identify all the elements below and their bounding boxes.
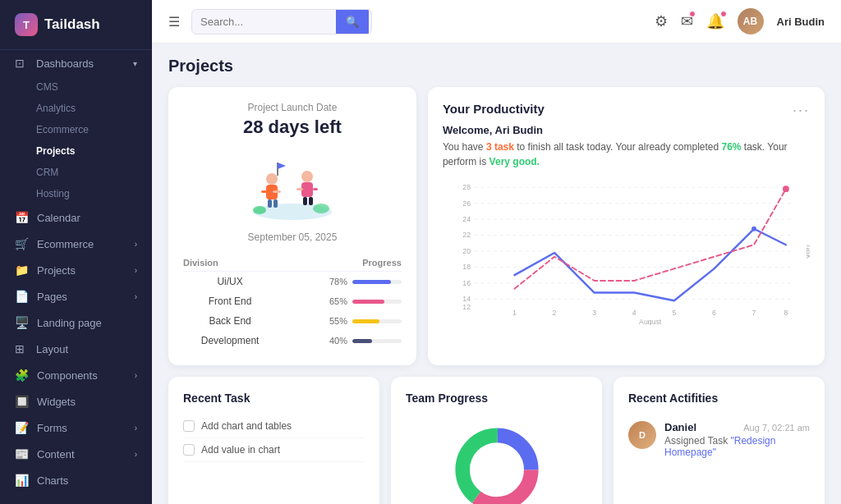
sidebar-item-charts[interactable]: 📊 Charts: [0, 467, 152, 493]
svg-text:August: August: [639, 318, 662, 325]
svg-rect-4: [273, 190, 281, 193]
sidebar-item-forms[interactable]: 📝 Forms ›: [0, 415, 152, 441]
svg-text:4: 4: [632, 309, 636, 317]
sidebar-charts-label: Charts: [37, 474, 68, 487]
projects-icon: 📁: [15, 263, 29, 277]
notif-badge: [720, 11, 727, 17]
sidebar-item-components[interactable]: 🧩 Components ›: [0, 362, 152, 388]
svg-point-49: [471, 444, 522, 495]
main-content: ☰ 🔍 ⚙ ✉ 🔔 AB Ari Budin Projects: [152, 0, 841, 504]
sidebar-sub-ecommerce[interactable]: Ecommerce: [0, 119, 152, 140]
widgets-icon: 🔲: [15, 395, 29, 408]
search-button[interactable]: 🔍: [336, 10, 369, 34]
sidebar-layout-label: Layout: [36, 343, 68, 355]
sidebar-sub-projects[interactable]: Projects: [0, 140, 152, 162]
sidebar-sub-crm[interactable]: CRM: [0, 162, 152, 183]
sidebar-item-pages[interactable]: 📄 Pages ›: [0, 283, 152, 309]
menu-icon[interactable]: ☰: [168, 14, 180, 30]
progress-bar: [352, 319, 402, 323]
sidebar-sub-cms[interactable]: CMS: [0, 76, 152, 98]
svg-text:22: 22: [462, 231, 471, 239]
recent-task-card: Recent Task Add chart and tables Add val…: [168, 377, 379, 504]
sidebar-sub-hosting[interactable]: Hosting: [0, 183, 152, 204]
content-area: Projects Project Launch Date 28 days lef…: [152, 44, 841, 504]
chart-svg: 28 26 24 22 20 18 16 14 12 Task 1 2: [443, 177, 810, 325]
completed-pct: 76%: [722, 141, 742, 153]
chevron-icon: ›: [135, 292, 137, 301]
layout-icon: ⊞: [15, 342, 28, 355]
sidebar-sub-analytics[interactable]: Analytics: [0, 98, 152, 119]
table-row: Development 40%: [183, 331, 402, 351]
sidebar-item-content[interactable]: 📰 Content ›: [0, 441, 152, 467]
chevron-icon: ›: [135, 450, 137, 459]
notification-button[interactable]: 🔔: [706, 12, 724, 30]
bottom-grid: Recent Task Add chart and tables Add val…: [168, 377, 825, 504]
recent-activities-card: Recent Actifities D Daniel Aug 7, 02:21 …: [614, 377, 825, 504]
activity-item-1: D Daniel Aug 7, 02:21 am Assigned Task "…: [628, 415, 810, 465]
sidebar-components-label: Components: [37, 369, 98, 382]
svg-point-44: [783, 186, 789, 192]
pbar-fill: [352, 339, 372, 343]
components-icon: 🧩: [15, 369, 29, 382]
sidebar-item-landing[interactable]: 🖥️ Landing page: [0, 309, 152, 336]
page-title: Projects: [168, 57, 825, 76]
progress-cell: 78%: [277, 272, 402, 292]
task-item-1: Add chart and tables: [183, 415, 365, 438]
activity-name-1: Daniel: [664, 421, 696, 433]
logo-icon: T: [15, 13, 38, 36]
avatar[interactable]: AB: [738, 8, 764, 34]
prod-welcome: Welcome, Ari Budin: [443, 124, 810, 136]
progress-cell: 40%: [277, 331, 402, 351]
activity-name-row: Daniel Aug 7, 02:21 am: [664, 421, 810, 433]
sidebar-item-projects[interactable]: 📁 Projects ›: [0, 257, 152, 283]
more-options-button[interactable]: ···: [793, 102, 810, 119]
chevron-icon: ›: [135, 371, 137, 380]
table-row: Back End 55%: [183, 311, 402, 331]
activity-content-1: Daniel Aug 7, 02:21 am Assigned Task "Re…: [664, 421, 810, 458]
svg-text:7: 7: [752, 309, 756, 317]
division-cell: Development: [183, 331, 277, 351]
sidebar-calendar-label: Calendar: [37, 212, 80, 224]
sidebar-forms-label: Forms: [37, 422, 67, 434]
search-input[interactable]: [192, 10, 336, 34]
settings-button[interactable]: ⚙: [655, 12, 668, 30]
task-checkbox-1[interactable]: [183, 420, 195, 432]
svg-rect-12: [313, 188, 318, 190]
svg-text:Task: Task: [805, 244, 810, 259]
productivity-chart: 28 26 24 22 20 18 16 14 12 Task 1 2: [443, 177, 810, 328]
app-logo[interactable]: T Taildash: [0, 0, 152, 50]
activity-avatar-1: D: [628, 421, 656, 449]
search-container: 🔍: [191, 9, 372, 34]
task-label-2: Add value in chart: [201, 444, 280, 456]
svg-point-16: [313, 204, 329, 213]
svg-point-15: [253, 206, 266, 214]
illustration-svg: [243, 148, 342, 222]
sidebar-item-ecommerce[interactable]: 🛒 Ecommerce ›: [0, 231, 152, 257]
svg-text:18: 18: [462, 263, 471, 271]
svg-rect-14: [309, 197, 313, 205]
launch-illustration: [243, 148, 342, 222]
division-header: Division: [183, 254, 277, 272]
activity-link-1[interactable]: "Redesign Homepage": [664, 435, 775, 458]
svg-text:16: 16: [462, 279, 471, 287]
activity-desc-1: Assigned Task "Redesign Homepage": [664, 435, 810, 458]
landing-icon: 🖥️: [15, 316, 29, 329]
launch-label: Project Launch Date: [183, 102, 402, 113]
sidebar-landing-label: Landing page: [37, 317, 102, 329]
task-checkbox-2[interactable]: [183, 444, 195, 456]
svg-text:1: 1: [512, 309, 517, 317]
mail-button[interactable]: ✉: [681, 12, 693, 30]
progress-table: Division Progress Ui/UX 78% Front End: [183, 254, 402, 351]
table-row: Front End 65%: [183, 291, 402, 311]
sidebar-item-widgets[interactable]: 🔲 Widgets: [0, 388, 152, 415]
sidebar-item-calendar[interactable]: 📅 Calendar: [0, 204, 152, 231]
svg-point-9: [301, 171, 313, 182]
donut-chart: [406, 415, 587, 504]
username[interactable]: Ari Budin: [777, 16, 825, 28]
sidebar-item-dashboards[interactable]: ⊡ Dashboards ▾: [0, 50, 152, 76]
sidebar-item-layout[interactable]: ⊞ Layout: [0, 336, 152, 362]
donut-svg: [439, 423, 554, 504]
svg-rect-3: [261, 190, 268, 193]
chevron-icon: ›: [135, 266, 137, 275]
sidebar-dashboards-label: Dashboards: [36, 57, 94, 70]
